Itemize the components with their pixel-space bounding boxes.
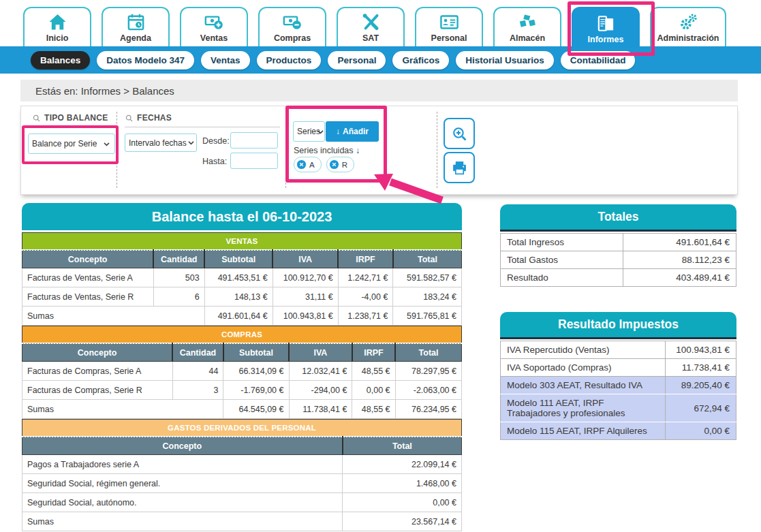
subnav-personal[interactable]: Personal (328, 51, 386, 69)
subnav-balances[interactable]: Balances (31, 51, 90, 69)
breadcrumb: Estás en: Informes > Balances (20, 80, 738, 101)
table-row: Sumas491.601,64 €100.943,81 €1.238,71 €5… (22, 307, 462, 326)
tab-agenda[interactable]: Agenda (102, 7, 170, 46)
subnav-historial-usuarios[interactable]: Historial Usuarios (456, 51, 554, 69)
cell-value: 6 (153, 287, 204, 307)
table-row: Facturas de Ventas, Serie A503491.453,51… (22, 268, 462, 287)
table-row: Modelo 115 AEAT, IRPF Alquileres0,00 € (501, 422, 736, 440)
table-row: Sumas64.545,09 €11.738,41 €48,55 €76.234… (22, 400, 462, 419)
tab-informes[interactable]: Informes (572, 7, 640, 48)
cell-value: 100.943,81 € (666, 341, 736, 359)
tipo-balance-select[interactable]: Balance por Serie (28, 134, 115, 154)
cell-value: 0,00 € (666, 422, 736, 440)
tab-sat[interactable]: SAT (337, 7, 405, 46)
cell-label: IVA Repercutido (Ventas) (501, 341, 666, 359)
down-arrow-icon: ↓ (356, 146, 360, 155)
x-circle-icon[interactable] (296, 159, 307, 170)
cell-value: 3 (172, 381, 223, 400)
desde-input[interactable] (230, 132, 278, 148)
totales-title: Totales (500, 204, 736, 232)
series-chip-r[interactable]: R (326, 157, 354, 172)
x-circle-icon[interactable] (329, 159, 339, 170)
column-header-concepto: Concepto (22, 343, 173, 362)
impuestos-title: Resultado Impuestos (500, 312, 736, 339)
anadir-button[interactable]: ↓ Añadir (326, 121, 379, 142)
sub-nav-pills: BalancesDatos Modelo 347VentasProductosP… (0, 46, 761, 69)
printer-icon (451, 159, 468, 176)
boxes-icon (518, 12, 538, 32)
down-arrow-icon: ↓ (336, 127, 340, 136)
money-plus-icon (204, 12, 224, 32)
cell-label: Total Gastos (501, 251, 623, 269)
cell-value: 591.765,81 € (393, 307, 462, 326)
intervalo-fechas-select[interactable]: Intervalo fechas (125, 134, 197, 152)
cell-concepto: Facturas de Compras, Serie A (22, 362, 173, 381)
subnav-contabilidad[interactable]: Contabilidad (561, 51, 636, 69)
search-icon (125, 114, 134, 123)
tab-ventas[interactable]: Ventas (180, 7, 248, 46)
zoom-button[interactable] (444, 118, 475, 149)
cell-value: 89.205,40 € (666, 377, 736, 394)
subnav-graficos[interactable]: Gráficos (392, 51, 449, 69)
series-chip-a[interactable]: A (294, 157, 322, 172)
tab-administracion[interactable]: Administración (650, 7, 726, 46)
totales-table: Total Ingresos491.601,64 €Total Gastos88… (500, 233, 736, 287)
cell-value: 88.112,23 € (623, 251, 736, 269)
cell-value: 48,55 € (352, 362, 395, 381)
table-row: Pagos a Trabajadores serie A22.099,14 € (22, 455, 462, 474)
tab-personal[interactable]: Personal (415, 7, 483, 46)
cell-concepto: Facturas de Ventas, Serie A (22, 268, 154, 287)
table-row: Total Gastos88.112,23 € (501, 251, 736, 269)
section-table-ventas: ConceptoCantidadSubtotalIVAIRPFTotalFact… (22, 249, 462, 326)
cell-concepto: Sumas (22, 400, 223, 419)
tab-compras[interactable]: Compras (258, 7, 326, 46)
cell-value: -1.769,00 € (223, 381, 289, 400)
cell-value: 44 (172, 362, 223, 381)
table-row: Facturas de Compras, Serie A4466.314,09 … (22, 362, 462, 381)
subnav-datos-modelo-347[interactable]: Datos Modelo 347 (97, 51, 194, 69)
table-row: Total Ingresos491.601,64 € (501, 234, 736, 251)
chevron-down-icon (316, 127, 325, 136)
cell-value: 591.582,57 € (393, 268, 462, 287)
tab-almacen[interactable]: Almacén (493, 7, 561, 46)
cell-value: 76.234,95 € (395, 400, 461, 419)
table-row: Seguridad Social, autónomo.0,00 € (22, 493, 462, 512)
section-divider (117, 112, 117, 188)
tipo-balance-title: TIPO BALANCE (44, 113, 108, 123)
hasta-input[interactable] (230, 153, 278, 169)
cell-value: 148,13 € (204, 287, 273, 307)
column-header-concepto: Concepto (22, 250, 154, 268)
tab-label: SAT (362, 33, 379, 43)
subnav-ventas[interactable]: Ventas (201, 51, 250, 69)
tab-label: Almacén (510, 33, 545, 43)
subnav-productos[interactable]: Productos (257, 51, 322, 69)
cell-value: 48,55 € (352, 400, 395, 419)
cell-value: 78.297,95 € (395, 362, 461, 381)
section-band-gastos-derivados-del-personal: GASTOS DERIVADOS DEL PERSONAL (22, 419, 462, 436)
anadir-label: Añadir (343, 127, 369, 136)
cell-label: Modelo 115 AEAT, IRPF Alquileres (501, 422, 666, 440)
table-row: IVA Repercutido (Ventas)100.943,81 € (501, 341, 736, 359)
cell-value: 11.738,41 € (289, 400, 352, 419)
impuestos-table: IVA Repercutido (Ventas)100.943,81 €IVA … (500, 341, 736, 440)
section-table-gastos-derivados-del-personal: ConceptoTotalPagos a Trabajadores serie … (22, 436, 462, 531)
tab-inicio[interactable]: Inicio (23, 7, 91, 46)
cell-value: -2.063,00 € (395, 381, 461, 400)
cell-label: Modelo 303 AEAT, Resultado IVA (501, 377, 666, 394)
column-header-irpf: IRPF (338, 250, 393, 268)
cell-value: 22.099,14 € (343, 455, 462, 474)
table-row: Sumas23.567,14 € (22, 512, 462, 531)
cell-concepto: Pagos a Trabajadores serie A (22, 455, 343, 474)
series-select[interactable]: Series (293, 121, 325, 142)
print-button[interactable] (444, 152, 475, 183)
gears-icon (679, 12, 698, 32)
tab-label: Administración (657, 33, 719, 43)
column-header-irpf: IRPF (352, 343, 395, 362)
fechas-section-title: FECHAS (125, 113, 280, 127)
cell-concepto: Seguridad Social, régimen general. (22, 474, 343, 493)
tipo-balance-section-title: TIPO BALANCE (32, 113, 114, 127)
intervalo-selected-value: Intervalo fechas (129, 138, 187, 148)
cell-label: Total Ingresos (501, 234, 623, 251)
table-row: Modelo 111 AEAT, IRPF Trabajadores y pro… (501, 394, 736, 422)
cell-concepto: Seguridad Social, autónomo. (22, 493, 343, 512)
